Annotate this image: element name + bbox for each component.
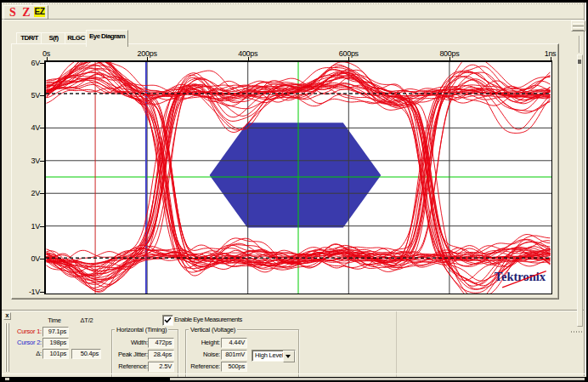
tab-rlgc[interactable]: RLGC [65,32,88,44]
vertical-voltage-group: Vertical (Voltage) Height: 4.44V Noise: … [185,329,299,377]
measurements-pane: x Time ΔT/2 Cursor 1: 97.1ps Cursor 2: 1… [2,310,586,377]
dt2-column-header: ΔT/2 [73,316,100,325]
v-reference-label: Reference: [190,362,220,371]
close-pane-button[interactable]: x [3,312,11,320]
right-slider-thumb[interactable] [577,54,583,327]
checkmark-stroke [165,318,171,322]
noise-label: Noise: [203,351,220,359]
checkmark-icon [164,316,172,324]
cursor2-label: Cursor 2: [17,339,42,347]
app-window: S Z EZ TDR/T S(f) RLGC Eye Diagram 0s200… [0,0,588,382]
tab-eye-diagram[interactable]: Eye Diagram [86,30,128,47]
cursor2-time-value[interactable]: 198ps [42,338,69,348]
v-reference-value[interactable]: 500ps [221,362,247,372]
height-label: Height: [201,339,220,347]
pane-grip [8,323,9,372]
width-value[interactable]: 472ps [148,338,174,348]
y-tick-label: 0V [14,254,40,263]
noise-value[interactable]: 801mV [221,350,247,360]
toolbar-band [2,3,586,20]
horizontal-timing-title: Horizontal (Timing) [115,326,168,334]
y-tick-label: 1V [14,222,40,231]
y-tick-label: 4V [14,123,40,132]
noise-level-value: High Level [255,352,283,359]
tab-sf[interactable]: S(f) [41,32,66,44]
right-splitter-grip[interactable] [571,20,585,31]
client-area: S Z EZ TDR/T S(f) RLGC Eye Diagram 0s200… [2,3,586,376]
noise-level-dropdown[interactable]: High Level [252,350,296,362]
delta-half-value[interactable]: 50.4ps [71,349,101,359]
pane-divider [396,311,397,377]
window-right-edge-highlight [585,3,586,376]
eye-diagram-canvas: Tektronix [46,62,551,294]
delta-label: Δ: [36,350,42,358]
grip-ridge [573,23,584,26]
eye-diagram-tab-page: 0s200ps400ps600ps800ps1ns 6V5V4V3V2V1V0V… [11,43,559,299]
dropdown-button[interactable] [283,351,295,362]
peak-jitter-value[interactable]: 28.4ps [148,350,174,360]
toolbar: S Z EZ [3,5,48,20]
enable-eye-measurements-checkbox[interactable] [162,315,173,326]
right-slider-track[interactable] [579,36,580,53]
width-label: Width: [131,339,148,347]
peak-jitter-label: Peak Jitter: [118,351,148,359]
tab-tdrt[interactable]: TDR/T [16,32,42,44]
cursor1-time-value[interactable]: 97.1ps [42,327,69,337]
height-value[interactable]: 4.44V [221,338,247,348]
slider-thumb-notch [578,60,581,64]
grip-ridge [573,27,584,31]
h-reference-value[interactable]: 2.5V [148,362,174,372]
eye-mask-polygon [210,123,382,227]
window-bottom-highlight [2,373,586,374]
delta-time-value[interactable]: 101ps [42,349,69,359]
horizontal-timing-group: Horizontal (Timing) Width: 472ps Peak Ji… [111,329,178,377]
vertical-voltage-title: Vertical (Voltage) [189,326,237,334]
y-tick-label: 2V [14,189,40,197]
y-axis-labels: 6V5V4V3V2V1V0V-1V [12,44,48,299]
right-bottom-grip-dots [571,331,585,333]
enable-eye-measurements-label: Enable Eye Measurements [174,316,242,324]
s-parameter-button[interactable]: S [8,7,18,18]
rebar-highlight [2,20,586,20]
rebar-top-dots [3,3,585,4]
pane-grip [6,323,7,372]
impedance-button[interactable]: Z [21,7,31,18]
taskbar-sliver [170,378,585,380]
y-tick-label: -1V [14,288,40,296]
h-reference-label: Reference: [118,362,148,371]
eye-diagram-plot[interactable]: Tektronix [44,60,552,294]
cursor1-label: Cursor 1: [17,328,42,336]
y-tick-label: 5V [14,91,40,100]
eye-diagram-button[interactable]: EZ [34,7,45,17]
time-column-header: Time [41,316,68,325]
taskbar-sliver-left [5,378,9,380]
y-tick-label: 6V [14,59,40,67]
y-tick-label: 3V [14,157,40,165]
chevron-down-icon [286,355,291,361]
